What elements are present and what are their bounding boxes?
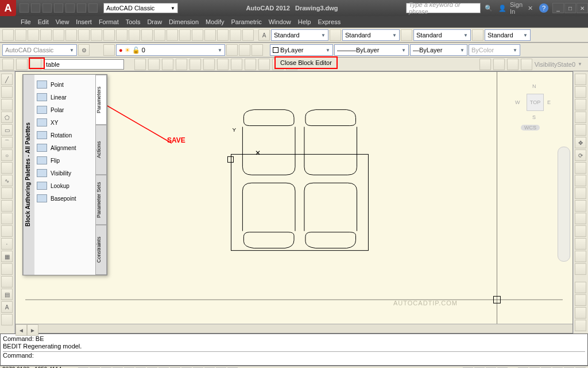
tab-parameter-sets[interactable]: Parameter Sets xyxy=(95,175,107,225)
mleaderstyle-icon[interactable] xyxy=(472,29,483,41)
close-block-editor-button[interactable]: Close Block Editor xyxy=(274,56,338,69)
copy-icon[interactable] xyxy=(91,29,102,41)
zoom-icon[interactable] xyxy=(167,29,178,41)
menu-edit[interactable]: Edit xyxy=(38,18,49,25)
pline-icon[interactable] xyxy=(1,99,13,110)
workspace-selector-top[interactable]: AutoCAD Classic▼ xyxy=(103,3,178,13)
menu-help[interactable]: Help xyxy=(298,18,311,25)
be-btn4[interactable] xyxy=(176,59,187,70)
insert-icon[interactable] xyxy=(1,213,13,224)
menu-tools[interactable]: Tools xyxy=(126,18,141,25)
dimstyle-dropdown[interactable]: Standard▼ xyxy=(342,29,400,41)
palette-item-polar[interactable]: Polar xyxy=(36,103,94,116)
qat-open-icon[interactable] xyxy=(31,3,40,13)
layer-props-icon[interactable] xyxy=(103,44,115,56)
layer-state-icon[interactable] xyxy=(239,44,250,56)
palette-item-flip[interactable]: Flip xyxy=(36,154,94,167)
save-icon[interactable] xyxy=(28,29,39,41)
fillet-icon[interactable] xyxy=(575,251,586,262)
vis-icon4[interactable] xyxy=(521,59,532,70)
qat-print-icon[interactable] xyxy=(65,3,75,13)
qat-save-icon[interactable] xyxy=(42,3,52,13)
plotstyle-dropdown[interactable]: ByColor▼ xyxy=(469,44,520,56)
ellipsearc-icon[interactable] xyxy=(1,200,13,212)
be-btn3[interactable] xyxy=(162,59,173,70)
palette-item-alignment[interactable]: Alignment xyxy=(36,141,94,154)
mirror-icon[interactable] xyxy=(575,99,586,110)
trim-icon[interactable] xyxy=(575,187,586,199)
palette-item-xy[interactable]: XY xyxy=(36,116,94,129)
be-btn7[interactable] xyxy=(217,59,229,70)
viewcube-top[interactable]: TOP xyxy=(527,94,544,111)
line-icon[interactable]: ╱ xyxy=(1,74,13,85)
vis-icon2[interactable] xyxy=(493,59,505,70)
block-icon[interactable] xyxy=(1,225,13,237)
tab-actions[interactable]: Actions xyxy=(95,125,107,175)
pan-icon[interactable] xyxy=(154,29,165,41)
circle-icon[interactable]: ○ xyxy=(1,150,13,161)
tab-constraints[interactable]: Constraints xyxy=(95,225,107,275)
array-icon[interactable] xyxy=(575,124,586,136)
close-button[interactable]: ✕ xyxy=(577,3,588,13)
block-name-input[interactable] xyxy=(44,59,124,70)
dim-ord-icon[interactable] xyxy=(575,320,586,331)
be-btn2[interactable] xyxy=(148,59,160,70)
offset-icon[interactable] xyxy=(575,112,586,123)
workspace-dropdown[interactable]: AutoCAD Classic▼ xyxy=(2,44,77,56)
drawing-canvas[interactable]: Y ✕ xyxy=(15,71,573,334)
rotate-icon[interactable]: ⟳ xyxy=(575,150,586,161)
menu-window[interactable]: Window xyxy=(269,18,291,25)
match-icon[interactable] xyxy=(116,29,127,41)
mleaderstyle-dropdown[interactable]: Standard▼ xyxy=(485,29,531,41)
markup-icon[interactable] xyxy=(230,29,241,41)
qat-undo-icon[interactable] xyxy=(77,3,86,13)
props-icon[interactable] xyxy=(179,29,191,41)
menu-view[interactable]: View xyxy=(56,18,69,25)
signin-label[interactable]: Sign In xyxy=(512,3,521,13)
bedit-edit-icon[interactable] xyxy=(2,59,14,70)
palette-item-lookup[interactable]: Lookup xyxy=(36,179,94,192)
dim-arc-icon[interactable] xyxy=(575,307,586,319)
tpalette-icon[interactable] xyxy=(204,29,216,41)
palette-item-linear[interactable]: Linear xyxy=(36,91,94,103)
copy-obj-icon[interactable] xyxy=(575,86,586,98)
textstyle-dropdown[interactable]: Standard▼ xyxy=(271,29,328,41)
lineweight-dropdown[interactable]: — ByLayer▼ xyxy=(410,44,467,56)
gradient-icon[interactable] xyxy=(1,263,13,275)
tablestyle-dropdown[interactable]: Standard▼ xyxy=(413,29,471,41)
viewcube[interactable]: N S W E TOP WCS xyxy=(515,82,555,128)
stretch-icon[interactable] xyxy=(575,175,586,186)
ssm-icon[interactable] xyxy=(217,29,229,41)
point-icon[interactable]: · xyxy=(1,238,13,250)
qat-new-icon[interactable] xyxy=(20,3,29,13)
help-search-input[interactable]: Type a keyword or phrase xyxy=(406,3,481,13)
menu-parametric[interactable]: Parametric xyxy=(231,18,261,25)
break-icon[interactable] xyxy=(575,213,586,224)
arc-icon[interactable]: ⌒ xyxy=(1,137,13,148)
palette-item-basepoint[interactable]: Basepoint xyxy=(36,192,94,205)
calc-icon[interactable] xyxy=(242,29,254,41)
undo-icon[interactable] xyxy=(129,29,140,41)
table-icon[interactable]: ▤ xyxy=(1,289,13,300)
tab-parameters[interactable]: Parameters xyxy=(95,75,107,125)
cline-icon[interactable] xyxy=(1,86,13,98)
scroll-right-icon[interactable]: ► xyxy=(27,324,38,336)
be-btn1[interactable] xyxy=(134,59,146,70)
move-icon[interactable]: ✥ xyxy=(575,137,586,148)
exchange-icon[interactable]: ✕ xyxy=(525,3,535,13)
dcenter-icon[interactable] xyxy=(192,29,203,41)
wcs-label[interactable]: WCS xyxy=(521,125,540,131)
polygon-icon[interactable]: ⬠ xyxy=(1,112,13,123)
paste-icon[interactable] xyxy=(103,29,115,41)
command-prompt[interactable]: Command: xyxy=(3,352,34,359)
menu-modify[interactable]: Modify xyxy=(206,18,224,25)
region-icon[interactable] xyxy=(1,276,13,288)
be-btn9[interactable] xyxy=(245,59,256,70)
chamfer-icon[interactable] xyxy=(575,238,586,250)
menu-insert[interactable]: Insert xyxy=(76,18,92,25)
redo-icon[interactable] xyxy=(141,29,153,41)
app-logo[interactable]: A xyxy=(0,0,16,16)
rect-icon[interactable]: ▭ xyxy=(1,124,13,136)
qat-redo-icon[interactable] xyxy=(88,3,98,13)
spline-icon[interactable]: ∿ xyxy=(1,175,13,186)
